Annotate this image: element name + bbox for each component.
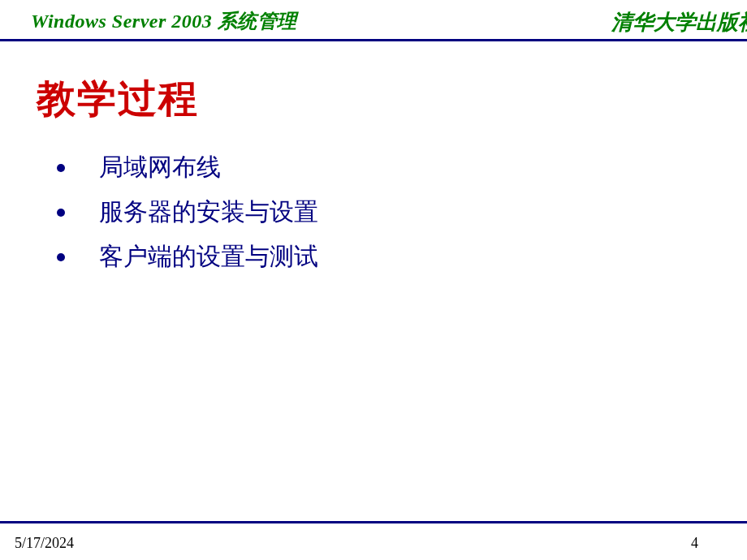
footer-content: 5/17/2024 4 — [0, 535, 747, 552]
slide-header: Windows Server 2003 系统管理 清华大学出版社 — [0, 0, 747, 49]
bullet-text: 客户端的设置与测试 — [99, 240, 318, 274]
slide-title: 教学过程 — [37, 73, 710, 125]
footer-date: 5/17/2024 — [15, 535, 74, 552]
footer-divider — [0, 521, 747, 523]
bullet-text: 服务器的安装与设置 — [99, 196, 318, 229]
list-item: 服务器的安装与设置 — [57, 196, 710, 229]
header-divider — [0, 39, 747, 41]
bullet-list: 局域网布线 服务器的安装与设置 客户端的设置与测试 — [37, 151, 710, 274]
header-publisher: 清华大学出版社 — [611, 8, 747, 37]
slide-footer: 5/17/2024 4 — [0, 521, 747, 560]
bullet-icon — [57, 253, 65, 261]
header-title-left: Windows Server 2003 系统管理 — [31, 8, 297, 34]
list-item: 局域网布线 — [57, 151, 710, 184]
list-item: 客户端的设置与测试 — [57, 240, 710, 274]
bullet-icon — [57, 209, 65, 217]
slide-content: 教学过程 局域网布线 服务器的安装与设置 客户端的设置与测试 — [0, 49, 747, 274]
bullet-icon — [57, 164, 65, 172]
footer-page-number: 4 — [691, 535, 698, 552]
bullet-text: 局域网布线 — [99, 151, 221, 184]
